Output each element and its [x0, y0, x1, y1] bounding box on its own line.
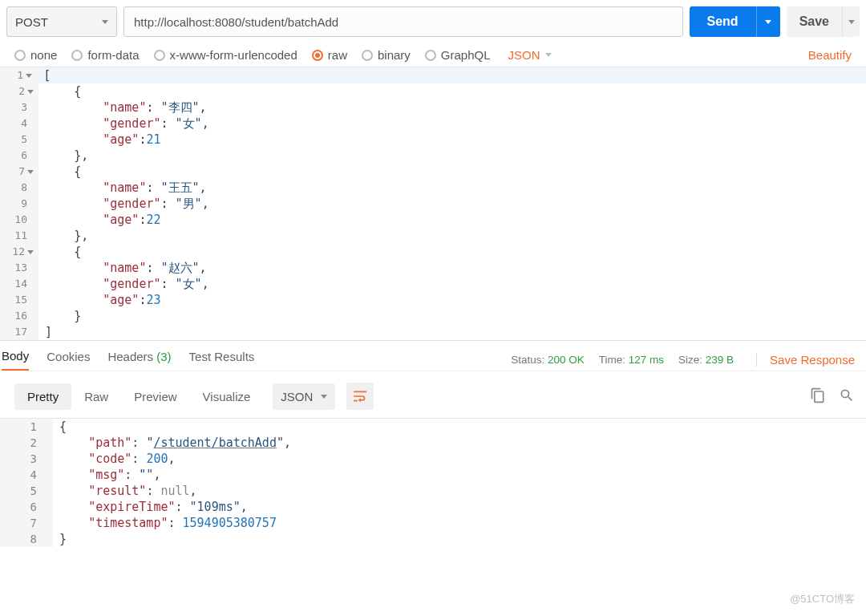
code-content[interactable]: } [53, 531, 67, 547]
code-content[interactable]: "gender": "女", [38, 116, 209, 132]
wrap-lines-button[interactable] [346, 383, 374, 410]
response-type-value: JSON [281, 390, 313, 403]
line-number: 16 [0, 308, 38, 324]
copy-icon [810, 387, 826, 403]
content-type-dropdown[interactable]: JSON [508, 48, 552, 62]
method-dropdown[interactable]: POST [6, 6, 117, 37]
body-type-none[interactable]: none [14, 48, 57, 62]
code-content[interactable]: "name": "王五", [38, 180, 207, 196]
view-visualize[interactable]: Visualize [190, 383, 264, 410]
code-line: 9 "gender": "男", [0, 196, 866, 212]
code-content[interactable]: { [38, 244, 81, 260]
line-number: 15 [0, 292, 38, 308]
save-response-link[interactable]: Save Response [756, 353, 855, 367]
search-button[interactable] [839, 387, 855, 406]
tab-cookies[interactable]: Cookies [47, 350, 90, 370]
code-content[interactable]: "result": null, [53, 483, 197, 499]
line-number: 13 [0, 260, 38, 276]
fold-icon[interactable] [27, 250, 34, 254]
code-line: 8 "name": "王五", [0, 180, 866, 196]
code-line: 4 "gender": "女", [0, 116, 866, 132]
chevron-down-icon [848, 20, 855, 24]
chevron-down-icon [765, 20, 771, 24]
body-type-label: form-data [87, 48, 139, 62]
fold-icon[interactable] [26, 74, 32, 78]
code-line: 2 "path": "/student/batchAdd", [0, 435, 866, 451]
line-number: 3 [0, 451, 53, 467]
chevron-down-icon [321, 395, 327, 399]
view-preview[interactable]: Preview [121, 383, 189, 410]
code-line: 15 "age":23 [0, 292, 866, 308]
tab-headers[interactable]: Headers (3) [107, 350, 171, 370]
body-type-GraphQL[interactable]: GraphQL [425, 48, 491, 62]
status-value: 200 OK [548, 354, 585, 366]
save-button[interactable]: Save [787, 6, 842, 37]
view-raw[interactable]: Raw [71, 383, 121, 410]
response-type-dropdown[interactable]: JSON [273, 383, 335, 410]
response-body-viewer[interactable]: 1{2 "path": "/student/batchAdd",3 "code"… [0, 418, 866, 547]
chevron-down-icon [545, 53, 552, 57]
code-content[interactable]: "path": "/student/batchAdd", [53, 435, 291, 451]
code-line: 11 }, [0, 228, 866, 244]
request-body-editor[interactable]: 1 [2 {3 "name": "李四",4 "gender": "女",5 "… [0, 67, 866, 340]
code-content[interactable]: "gender": "女", [38, 276, 209, 292]
send-button[interactable]: Send [690, 6, 756, 37]
view-pretty[interactable]: Pretty [14, 383, 71, 410]
body-type-label: raw [328, 48, 347, 62]
line-number: 6 [0, 499, 53, 515]
code-line: 17 ] [0, 324, 866, 340]
radio-icon [154, 50, 165, 61]
save-dropdown-button[interactable] [842, 6, 860, 37]
line-number: 2 [0, 83, 38, 99]
line-number: 4 [0, 467, 53, 483]
fold-icon[interactable] [27, 90, 34, 94]
line-number: 9 [0, 196, 38, 212]
code-content[interactable]: { [38, 83, 81, 99]
body-type-binary[interactable]: binary [362, 48, 411, 62]
code-line: 5 "result": null, [0, 483, 866, 499]
code-content[interactable]: "msg": "", [53, 467, 160, 483]
radio-icon [312, 50, 323, 61]
code-content[interactable]: [ [37, 67, 866, 83]
response-meta: Status: 200 OK Time: 127 ms Size: 239 B [511, 354, 734, 366]
radio-icon [71, 50, 83, 61]
body-type-form-data[interactable]: form-data [71, 48, 139, 62]
code-content[interactable]: { [38, 164, 81, 180]
code-content[interactable]: { [53, 419, 67, 435]
line-number: 7 [0, 515, 53, 531]
code-content[interactable]: "name": "李四", [38, 99, 207, 116]
radio-icon [362, 50, 373, 61]
code-content[interactable]: "name": "赵六", [38, 260, 207, 276]
code-line: 6 "expireTime": "109ms", [0, 499, 866, 515]
tab-body[interactable]: Body [2, 349, 29, 371]
line-number: 6 [0, 148, 38, 164]
line-number: 11 [0, 228, 38, 244]
code-content[interactable]: } [38, 308, 81, 324]
code-content[interactable]: "code": 200, [53, 451, 176, 467]
size-value: 239 B [706, 354, 734, 366]
code-line: 13 "name": "赵六", [0, 260, 866, 276]
fold-icon[interactable] [27, 170, 34, 174]
code-content[interactable]: "expireTime": "109ms", [53, 499, 248, 515]
copy-button[interactable] [810, 387, 826, 406]
line-number: 7 [0, 164, 38, 180]
url-input[interactable] [123, 6, 683, 37]
line-number: 14 [0, 276, 38, 292]
tab-test-results[interactable]: Test Results [189, 350, 255, 370]
method-value: POST [15, 15, 48, 29]
line-number: 4 [0, 116, 38, 132]
code-content[interactable]: }, [38, 148, 88, 164]
body-type-raw[interactable]: raw [312, 48, 347, 62]
body-type-x-www-form-urlencoded[interactable]: x-www-form-urlencoded [154, 48, 297, 62]
code-content[interactable]: "timestamp": 1594905380757 [53, 515, 277, 531]
code-content[interactable]: "age":21 [38, 132, 161, 148]
code-content[interactable]: "age":23 [38, 292, 161, 308]
code-content[interactable]: "gender": "男", [38, 196, 209, 212]
code-content[interactable]: "age":22 [38, 212, 161, 228]
code-content[interactable]: ] [38, 324, 52, 340]
send-dropdown-button[interactable] [756, 6, 780, 37]
beautify-link[interactable]: Beautify [808, 48, 852, 62]
line-number: 1 [0, 67, 37, 83]
code-content[interactable]: }, [38, 228, 88, 244]
code-line: 3 "code": 200, [0, 451, 866, 467]
